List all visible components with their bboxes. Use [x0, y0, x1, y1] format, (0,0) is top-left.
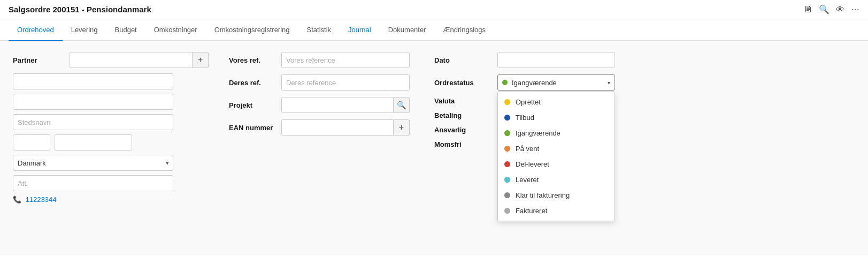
partner-phone-link[interactable]: 11223344	[26, 196, 57, 204]
klar-dot	[504, 192, 510, 198]
phone-icon: 📞	[13, 196, 21, 204]
partner-plus-button[interactable]: +	[193, 52, 209, 68]
partner-name-input[interactable]: Pensiondanmark	[13, 73, 173, 89]
dropdown-item-oprettet[interactable]: Oprettet	[498, 94, 614, 110]
form-body: Partner 10028 + Pensiondanmark Langelini…	[0, 41, 868, 256]
partner-zip-input[interactable]: 2100	[13, 134, 50, 151]
tilbud-dot	[504, 115, 510, 121]
deres-ref-row: Deres ref.	[229, 74, 421, 91]
partner-city-input[interactable]: København Ø	[55, 134, 132, 151]
partner-address-group: Langelinie Alle 41	[13, 94, 216, 110]
dato-input[interactable]: 17-12-2018	[497, 52, 615, 68]
valuta-label: Valuta	[434, 97, 493, 105]
ansvarlig-label: Ansvarlig	[434, 126, 493, 134]
partner-country-select[interactable]: Danmark	[13, 155, 173, 171]
projekt-field: 🔍	[281, 97, 410, 113]
vores-ref-input[interactable]	[281, 52, 410, 68]
tab-budget[interactable]: Budget	[106, 19, 145, 41]
tab-omkostninger[interactable]: Omkostninger	[145, 19, 206, 41]
leveret-label: Leveret	[516, 176, 539, 184]
ordrestatus-selected-dot	[502, 80, 508, 85]
partner-address-input[interactable]: Langelinie Alle 41	[13, 94, 173, 110]
partner-zipcity-row: 2100 København Ø	[13, 134, 216, 151]
faktureret-label: Faktureret	[516, 207, 547, 215]
leveret-dot	[504, 177, 510, 183]
klar-label: Klar til fakturering	[516, 191, 570, 199]
dropdown-item-igangvaerende[interactable]: Igangværende	[498, 125, 614, 141]
del-leveret-dot	[504, 161, 510, 167]
oprettet-dot	[504, 99, 510, 105]
dropdown-item-faktureret[interactable]: Faktureret	[498, 203, 614, 219]
partner-phone-group: 📞 11223344	[13, 196, 216, 204]
partner-name-group: Pensiondanmark	[13, 73, 216, 89]
partner-number-input[interactable]: 10028	[70, 52, 193, 68]
partner-stednavn-group	[13, 114, 216, 130]
more-icon[interactable]: ⋯	[851, 4, 859, 14]
ean-nummer-label: EAN nummer	[229, 124, 277, 132]
document-search-icon[interactable]: 🔍	[819, 4, 829, 14]
tab-omkostningsregistrering[interactable]: Omkostningsregistrering	[206, 19, 298, 41]
ordrestatus-dropdown-button[interactable]: Igangværende ▾	[497, 74, 615, 91]
projekt-input[interactable]	[281, 97, 394, 113]
ordrestatus-dropdown-menu: Oprettet Tilbud Igangværende På ven	[497, 92, 615, 221]
dropdown-item-del-leveret[interactable]: Del-leveret	[498, 156, 614, 172]
betaling-label: Betaling	[434, 111, 493, 119]
tilbud-label: Tilbud	[516, 114, 534, 122]
deres-ref-label: Deres ref.	[229, 79, 277, 87]
dropdown-item-tilbud[interactable]: Tilbud	[498, 110, 614, 125]
eye-icon[interactable]: 👁	[836, 5, 844, 14]
faktureret-dot	[504, 208, 510, 214]
page-title: Salgsordre 200151 - Pensiondanmark	[9, 5, 151, 14]
paa-vent-dot	[504, 146, 510, 152]
dato-label: Dato	[434, 56, 493, 64]
form-row-main: Partner 10028 + Pensiondanmark Langelini…	[13, 52, 855, 208]
dropdown-item-paa-vent[interactable]: På vent	[498, 141, 614, 156]
oprettet-label: Oprettet	[516, 98, 541, 106]
document-icon[interactable]: 🖹	[804, 5, 812, 14]
partner-country-group: Danmark ▾	[13, 155, 216, 171]
ean-nummer-input[interactable]	[281, 119, 394, 136]
tabs-bar: Ordrehoved Levering Budget Omkostninger …	[0, 19, 868, 41]
middle-column: Vores ref. Deres ref. Projekt 🔍 EAN numm…	[229, 52, 421, 208]
partner-stednavn-input[interactable]	[13, 114, 173, 130]
tab-aendringslogs[interactable]: Ændringslogs	[435, 19, 495, 41]
tab-ordrehoved[interactable]: Ordrehoved	[9, 19, 63, 41]
ordrestatus-label: Ordrestatus	[434, 79, 493, 87]
projekt-label: Projekt	[229, 101, 277, 109]
partner-att-group	[13, 175, 216, 191]
vores-ref-row: Vores ref.	[229, 52, 421, 68]
partner-column: Partner 10028 + Pensiondanmark Langelini…	[13, 52, 216, 208]
projekt-search-button[interactable]: 🔍	[394, 97, 410, 113]
ean-nummer-row: EAN nummer +	[229, 119, 421, 136]
partner-country-select-wrap: Danmark ▾	[13, 155, 173, 171]
igangvaerende-dot	[504, 130, 510, 136]
ean-nummer-field: +	[281, 119, 410, 136]
momsfri-label: Momsfri	[434, 140, 493, 148]
partner-label: Partner	[13, 56, 66, 64]
partner-number-field: 10028 +	[70, 52, 209, 68]
ordrestatus-selected-label: Igangværende	[512, 79, 557, 87]
ordrestatus-row: Ordrestatus Igangværende ▾ Oprettet	[434, 74, 615, 91]
dropdown-item-leveret[interactable]: Leveret	[498, 172, 614, 187]
ean-plus-button[interactable]: +	[394, 119, 410, 136]
deres-ref-input[interactable]	[281, 74, 410, 91]
tab-statistik[interactable]: Statistik	[298, 19, 340, 41]
dato-row: Dato 17-12-2018	[434, 52, 615, 68]
igangvaerende-label: Igangværende	[516, 129, 560, 137]
tab-dokumenter[interactable]: Dokumenter	[380, 19, 435, 41]
vores-ref-label: Vores ref.	[229, 56, 277, 64]
chevron-down-icon: ▾	[608, 80, 610, 86]
partner-att-input[interactable]	[13, 175, 173, 191]
tab-levering[interactable]: Levering	[63, 19, 106, 41]
del-leveret-label: Del-leveret	[516, 160, 549, 168]
right-column: Dato 17-12-2018 Ordrestatus Igangværende…	[434, 52, 615, 208]
title-bar-icons: 🖹 🔍 👁 ⋯	[804, 4, 859, 14]
projekt-row: Projekt 🔍	[229, 97, 421, 113]
title-bar: Salgsordre 200151 - Pensiondanmark 🖹 🔍 👁…	[0, 0, 868, 19]
dropdown-item-klar-til-fakturering[interactable]: Klar til fakturering	[498, 187, 614, 203]
ordrestatus-dropdown-wrap: Igangværende ▾ Oprettet Tilbud	[497, 74, 615, 91]
paa-vent-label: På vent	[516, 145, 539, 153]
tab-journal[interactable]: Journal	[340, 19, 380, 41]
